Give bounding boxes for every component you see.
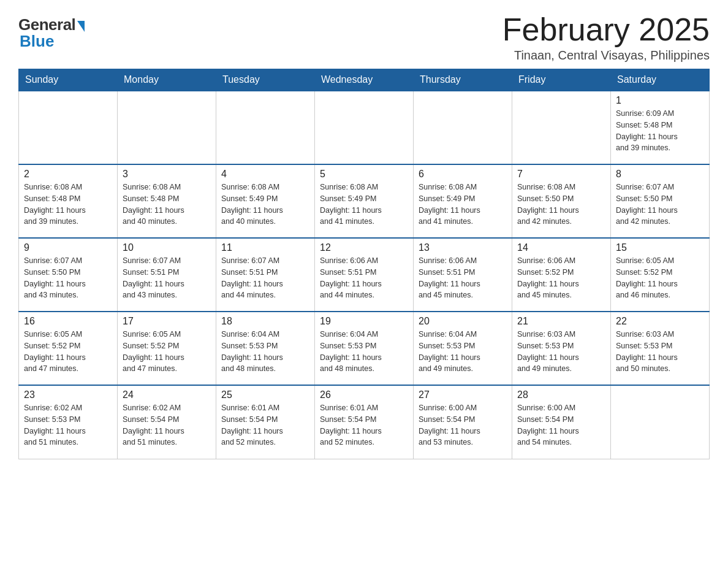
calendar-week-row: 9Sunrise: 6:07 AMSunset: 5:50 PMDaylight…: [19, 238, 710, 312]
weekday-header-tuesday: Tuesday: [216, 69, 315, 91]
day-number: 2: [24, 169, 112, 180]
day-number: 4: [221, 169, 309, 180]
calendar-day-cell: 19Sunrise: 6:04 AMSunset: 5:53 PMDayligh…: [315, 312, 414, 385]
day-info: Sunrise: 6:05 AMSunset: 5:52 PMDaylight:…: [123, 329, 211, 375]
calendar-day-cell: 15Sunrise: 6:05 AMSunset: 5:52 PMDayligh…: [611, 238, 710, 312]
calendar-day-cell: 23Sunrise: 6:02 AMSunset: 5:53 PMDayligh…: [19, 385, 118, 459]
calendar-day-cell: 5Sunrise: 6:08 AMSunset: 5:49 PMDaylight…: [315, 164, 414, 238]
day-info: Sunrise: 6:07 AMSunset: 5:51 PMDaylight:…: [221, 255, 309, 301]
day-number: 3: [123, 169, 211, 180]
day-info: Sunrise: 6:02 AMSunset: 5:54 PMDaylight:…: [123, 402, 211, 448]
calendar-day-cell: 27Sunrise: 6:00 AMSunset: 5:54 PMDayligh…: [414, 385, 512, 459]
calendar-body: 1Sunrise: 6:09 AMSunset: 5:48 PMDaylight…: [19, 91, 710, 459]
month-title: February 2025: [502, 12, 710, 47]
logo: General Blue: [18, 15, 85, 51]
weekday-header-saturday: Saturday: [611, 69, 710, 91]
day-number: 27: [419, 389, 507, 400]
day-number: 28: [517, 389, 605, 400]
calendar-day-cell: 26Sunrise: 6:01 AMSunset: 5:54 PMDayligh…: [315, 385, 414, 459]
day-info: Sunrise: 6:07 AMSunset: 5:51 PMDaylight:…: [123, 255, 211, 301]
calendar-day-cell: 17Sunrise: 6:05 AMSunset: 5:52 PMDayligh…: [118, 312, 216, 385]
day-info: Sunrise: 6:05 AMSunset: 5:52 PMDaylight:…: [24, 329, 112, 375]
day-info: Sunrise: 6:03 AMSunset: 5:53 PMDaylight:…: [616, 329, 704, 375]
calendar-day-cell: 2Sunrise: 6:08 AMSunset: 5:48 PMDaylight…: [19, 164, 118, 238]
calendar-day-cell: 22Sunrise: 6:03 AMSunset: 5:53 PMDayligh…: [611, 312, 710, 385]
calendar-day-cell: 13Sunrise: 6:06 AMSunset: 5:51 PMDayligh…: [414, 238, 512, 312]
calendar-table: SundayMondayTuesdayWednesdayThursdayFrid…: [18, 69, 710, 459]
day-info: Sunrise: 6:01 AMSunset: 5:54 PMDaylight:…: [320, 402, 408, 448]
calendar-day-cell: 25Sunrise: 6:01 AMSunset: 5:54 PMDayligh…: [216, 385, 315, 459]
calendar-day-cell: 11Sunrise: 6:07 AMSunset: 5:51 PMDayligh…: [216, 238, 315, 312]
calendar-week-row: 1Sunrise: 6:09 AMSunset: 5:48 PMDaylight…: [19, 91, 710, 164]
day-number: 26: [320, 389, 408, 400]
day-info: Sunrise: 6:00 AMSunset: 5:54 PMDaylight:…: [419, 402, 507, 448]
logo-blue-text: Blue: [20, 32, 54, 51]
calendar-day-cell: 16Sunrise: 6:05 AMSunset: 5:52 PMDayligh…: [19, 312, 118, 385]
day-number: 19: [320, 316, 408, 327]
day-info: Sunrise: 6:04 AMSunset: 5:53 PMDaylight:…: [320, 329, 408, 375]
day-number: 10: [123, 242, 211, 253]
calendar-day-cell: 6Sunrise: 6:08 AMSunset: 5:49 PMDaylight…: [414, 164, 512, 238]
calendar-day-cell: 14Sunrise: 6:06 AMSunset: 5:52 PMDayligh…: [512, 238, 611, 312]
day-number: 16: [24, 316, 112, 327]
day-number: 22: [616, 316, 704, 327]
calendar-day-cell: [414, 91, 512, 164]
day-number: 13: [419, 242, 507, 253]
day-info: Sunrise: 6:07 AMSunset: 5:50 PMDaylight:…: [24, 255, 112, 301]
calendar-week-row: 16Sunrise: 6:05 AMSunset: 5:52 PMDayligh…: [19, 312, 710, 385]
day-number: 12: [320, 242, 408, 253]
day-info: Sunrise: 6:09 AMSunset: 5:48 PMDaylight:…: [616, 108, 704, 154]
location-subtitle: Tinaan, Central Visayas, Philippines: [502, 48, 710, 63]
day-number: 11: [221, 242, 309, 253]
calendar-day-cell: [19, 91, 118, 164]
day-info: Sunrise: 6:08 AMSunset: 5:48 PMDaylight:…: [123, 182, 211, 228]
day-info: Sunrise: 6:08 AMSunset: 5:50 PMDaylight:…: [517, 182, 605, 228]
calendar-day-cell: 12Sunrise: 6:06 AMSunset: 5:51 PMDayligh…: [315, 238, 414, 312]
weekday-header-monday: Monday: [118, 69, 216, 91]
day-info: Sunrise: 6:07 AMSunset: 5:50 PMDaylight:…: [616, 182, 704, 228]
day-info: Sunrise: 6:06 AMSunset: 5:51 PMDaylight:…: [419, 255, 507, 301]
calendar-day-cell: 21Sunrise: 6:03 AMSunset: 5:53 PMDayligh…: [512, 312, 611, 385]
day-number: 1: [616, 95, 704, 106]
calendar-day-cell: 20Sunrise: 6:04 AMSunset: 5:53 PMDayligh…: [414, 312, 512, 385]
calendar-day-cell: [315, 91, 414, 164]
day-number: 5: [320, 169, 408, 180]
day-info: Sunrise: 6:03 AMSunset: 5:53 PMDaylight:…: [517, 329, 605, 375]
day-number: 9: [24, 242, 112, 253]
day-info: Sunrise: 6:00 AMSunset: 5:54 PMDaylight:…: [517, 402, 605, 448]
calendar-day-cell: [216, 91, 315, 164]
day-info: Sunrise: 6:08 AMSunset: 5:49 PMDaylight:…: [419, 182, 507, 228]
weekday-header-wednesday: Wednesday: [315, 69, 414, 91]
calendar-day-cell: 24Sunrise: 6:02 AMSunset: 5:54 PMDayligh…: [118, 385, 216, 459]
day-info: Sunrise: 6:08 AMSunset: 5:49 PMDaylight:…: [320, 182, 408, 228]
day-number: 8: [616, 169, 704, 180]
day-info: Sunrise: 6:01 AMSunset: 5:54 PMDaylight:…: [221, 402, 309, 448]
calendar-week-row: 2Sunrise: 6:08 AMSunset: 5:48 PMDaylight…: [19, 164, 710, 238]
day-info: Sunrise: 6:05 AMSunset: 5:52 PMDaylight:…: [616, 255, 704, 301]
day-info: Sunrise: 6:06 AMSunset: 5:51 PMDaylight:…: [320, 255, 408, 301]
calendar-day-cell: [611, 385, 710, 459]
day-number: 17: [123, 316, 211, 327]
page-header: General Blue February 2025 Tinaan, Centr…: [18, 12, 710, 63]
day-number: 18: [221, 316, 309, 327]
calendar-day-cell: [512, 91, 611, 164]
day-number: 21: [517, 316, 605, 327]
calendar-day-cell: 1Sunrise: 6:09 AMSunset: 5:48 PMDaylight…: [611, 91, 710, 164]
day-number: 24: [123, 389, 211, 400]
day-info: Sunrise: 6:08 AMSunset: 5:49 PMDaylight:…: [221, 182, 309, 228]
weekday-header-friday: Friday: [512, 69, 611, 91]
logo-arrow-icon: [77, 21, 85, 32]
day-info: Sunrise: 6:04 AMSunset: 5:53 PMDaylight:…: [419, 329, 507, 375]
day-number: 23: [24, 389, 112, 400]
calendar-header: SundayMondayTuesdayWednesdayThursdayFrid…: [19, 69, 710, 91]
day-number: 14: [517, 242, 605, 253]
day-number: 7: [517, 169, 605, 180]
day-number: 20: [419, 316, 507, 327]
day-number: 15: [616, 242, 704, 253]
calendar-day-cell: 8Sunrise: 6:07 AMSunset: 5:50 PMDaylight…: [611, 164, 710, 238]
day-info: Sunrise: 6:06 AMSunset: 5:52 PMDaylight:…: [517, 255, 605, 301]
weekday-header-sunday: Sunday: [19, 69, 118, 91]
calendar-day-cell: [118, 91, 216, 164]
calendar-day-cell: 9Sunrise: 6:07 AMSunset: 5:50 PMDaylight…: [19, 238, 118, 312]
calendar-day-cell: 28Sunrise: 6:00 AMSunset: 5:54 PMDayligh…: [512, 385, 611, 459]
